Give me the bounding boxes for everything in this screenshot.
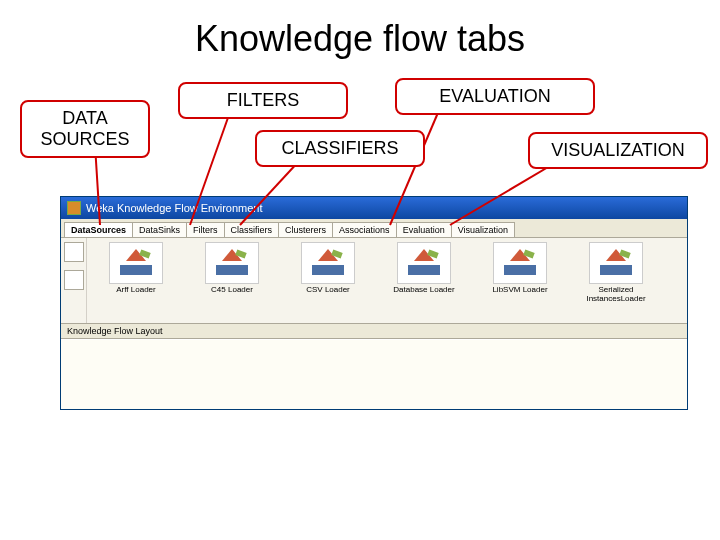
component-label: Arff Loader	[91, 286, 181, 295]
tab-filters[interactable]: Filters	[186, 222, 225, 237]
component-strip: Arff Loader C45 Loader CSV Loader Databa…	[87, 238, 687, 323]
component-label: Database Loader	[379, 286, 469, 295]
pointer-tool-button[interactable]	[64, 242, 84, 262]
callout-filters: FILTERS	[178, 82, 348, 119]
callout-visualization: VISUALIZATION	[528, 132, 708, 169]
loader-icon	[109, 242, 163, 284]
side-button-panel	[61, 238, 87, 323]
tab-clusterers[interactable]: Clusterers	[278, 222, 333, 237]
open-file-button[interactable]	[64, 270, 84, 290]
svg-rect-14	[408, 265, 440, 275]
tab-datasources[interactable]: DataSources	[64, 222, 133, 237]
loader-icon	[589, 242, 643, 284]
tab-evaluation[interactable]: Evaluation	[396, 222, 452, 237]
callout-classifiers: CLASSIFIERS	[255, 130, 425, 167]
svg-rect-8	[216, 265, 248, 275]
layout-section-label: Knowledge Flow Layout	[61, 324, 687, 339]
component-csv-loader[interactable]: CSV Loader	[283, 242, 373, 295]
component-label: LibSVM Loader	[475, 286, 565, 295]
loader-icon	[301, 242, 355, 284]
svg-rect-20	[600, 265, 632, 275]
window-titlebar[interactable]: Weka Knowledge Flow Environment	[61, 197, 687, 219]
tab-associations[interactable]: Associations	[332, 222, 397, 237]
tab-datasinks[interactable]: DataSinks	[132, 222, 187, 237]
component-serialized-loader[interactable]: Serialized InstancesLoader	[571, 242, 661, 304]
callout-evaluation: EVALUATION	[395, 78, 595, 115]
flow-canvas[interactable]	[61, 339, 687, 409]
component-libsvm-loader[interactable]: LibSVM Loader	[475, 242, 565, 295]
loader-icon	[493, 242, 547, 284]
component-label: C45 Loader	[187, 286, 277, 295]
component-toolbar: Arff Loader C45 Loader CSV Loader Databa…	[61, 238, 687, 324]
weka-window: Weka Knowledge Flow Environment DataSour…	[60, 196, 688, 410]
component-label: Serialized InstancesLoader	[571, 286, 661, 304]
svg-rect-5	[120, 265, 152, 275]
tab-visualization[interactable]: Visualization	[451, 222, 515, 237]
callout-data-sources: DATA SOURCES	[20, 100, 150, 158]
tab-classifiers[interactable]: Classifiers	[224, 222, 280, 237]
component-label: CSV Loader	[283, 286, 373, 295]
component-c45-loader[interactable]: C45 Loader	[187, 242, 277, 295]
svg-rect-11	[312, 265, 344, 275]
loader-icon	[397, 242, 451, 284]
app-icon	[67, 201, 81, 215]
loader-icon	[205, 242, 259, 284]
tab-bar: DataSources DataSinks Filters Classifier…	[61, 219, 687, 238]
component-arff-loader[interactable]: Arff Loader	[91, 242, 181, 295]
component-database-loader[interactable]: Database Loader	[379, 242, 469, 295]
window-title: Weka Knowledge Flow Environment	[86, 202, 263, 214]
svg-rect-17	[504, 265, 536, 275]
slide-title: Knowledge flow tabs	[0, 18, 720, 60]
